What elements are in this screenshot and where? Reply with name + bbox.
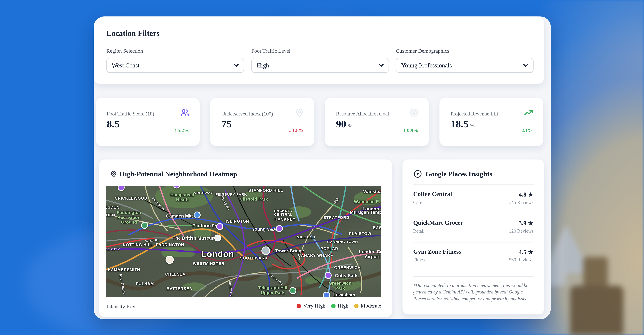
place-row-quickmart: QuickMart Grocer Retail 3.9 ★ 120 Review… <box>413 219 534 242</box>
chevron-down-icon <box>379 64 384 67</box>
legend-item-high: High <box>331 302 348 309</box>
location-pin-icon <box>110 170 118 178</box>
map-roads <box>106 186 381 297</box>
heatmap-card: High-Potential Neighborhood Heatmap <box>99 159 392 317</box>
london-heatmap-map[interactable]: CRICKLEWOODARCHWAYFINSBURY PARKSTAMFORD … <box>106 186 381 297</box>
metric-label: Foot Traffic Score (10) <box>107 111 154 117</box>
legend-dot-moderate <box>354 303 359 308</box>
place-rating: 4.8 ★ <box>519 191 534 198</box>
places-title: Google Places Insights <box>426 170 492 178</box>
demographics-value: Young Professionals <box>401 62 452 69</box>
region-selection-field: Region Selection West Coast <box>106 48 244 73</box>
divider <box>413 214 534 214</box>
place-row-gym-zone: Gym Zone Fitness Fitness 4.5 ★ 560 Revie… <box>413 248 534 271</box>
foot-traffic-field: Foot Traffic Level High <box>252 48 389 73</box>
metric-delta: ↑ 2.1% <box>518 127 533 134</box>
legend-dot-very-high <box>297 303 301 308</box>
metric-delta: ↑ 0.9% <box>403 127 418 134</box>
region-selection-value: West Coast <box>112 62 140 69</box>
metric-value: 75 <box>221 118 233 130</box>
demographics-label: Customer Demographics <box>396 48 534 54</box>
place-rating: 4.5 ★ <box>519 248 534 256</box>
legend-dot-high <box>331 303 336 308</box>
heatmap-title: High-Potential Neighborhood Heatmap <box>120 170 237 178</box>
filters-title: Location Filters <box>106 29 160 38</box>
metric-value: 90% <box>336 118 352 130</box>
legend-item-very-high: Very High <box>297 302 326 309</box>
metric-label: Resource Allocation Goal <box>336 111 389 117</box>
region-selection-select[interactable]: West Coast <box>106 58 244 73</box>
metric-label: Projected Revenue Lift <box>450 111 498 117</box>
demographics-field: Customer Demographics Young Professional… <box>396 48 534 73</box>
metric-card-revenue: Projected Revenue Lift 18.5% ↑ 2.1% <box>440 98 544 146</box>
dashboard-screen: Location Filters Region Selection West C… <box>0 0 644 335</box>
ship-illustration <box>562 232 632 335</box>
divider <box>413 242 534 243</box>
metric-card-allocation: Resource Allocation Goal 90% ↑ 0.9% <box>325 98 429 146</box>
star-icon: ★ <box>528 191 534 198</box>
compass-icon <box>413 169 422 178</box>
foot-traffic-label: Foot Traffic Level <box>252 48 389 54</box>
metric-delta: ↓ 1.8% <box>289 127 304 134</box>
divider <box>413 184 534 185</box>
metric-value: 18.5% <box>450 118 475 130</box>
users-icon <box>180 108 190 118</box>
place-row-coffee-central: Coffee Central Cafe 4.8 ★ 345 Reviews <box>413 191 534 214</box>
chevron-down-icon <box>234 64 239 67</box>
star-icon: ★ <box>528 249 534 255</box>
demographics-select[interactable]: Young Professionals <box>396 58 534 73</box>
metric-label: Underserved Index (100) <box>221 111 273 117</box>
chevron-down-icon <box>523 64 528 67</box>
location-filters-card: Location Filters Region Selection West C… <box>94 17 544 84</box>
dashboard-panel: Location Filters Region Selection West C… <box>94 17 551 319</box>
metric-card-foot-traffic: Foot Traffic Score (10) 8.5 ↑ 5.2% <box>96 98 200 146</box>
divider <box>413 276 534 277</box>
intensity-key-label: Intensity Key: <box>106 303 137 310</box>
metric-value: 8.5 <box>107 118 121 130</box>
google-places-card: Google Places Insights Coffee Central Ca… <box>402 159 544 314</box>
star-icon: ★ <box>528 220 534 227</box>
foot-traffic-select[interactable]: High <box>252 58 389 73</box>
legend-item-moderate: Moderate <box>354 302 381 309</box>
trending-up-icon <box>524 108 534 118</box>
region-selection-label: Region Selection <box>106 48 244 54</box>
metric-card-underserved: Underserved Index (100) 75 ↓ 1.8% <box>210 98 314 146</box>
foot-traffic-value: High <box>257 62 269 69</box>
target-icon <box>409 108 419 118</box>
metric-delta: ↑ 5.2% <box>174 127 189 134</box>
data-disclaimer: *Data simulated. In a production environ… <box>413 282 535 302</box>
place-rating: 3.9 ★ <box>519 219 534 227</box>
map-pin-icon <box>294 108 304 118</box>
intensity-legend: Very High High Moderate <box>297 302 381 309</box>
